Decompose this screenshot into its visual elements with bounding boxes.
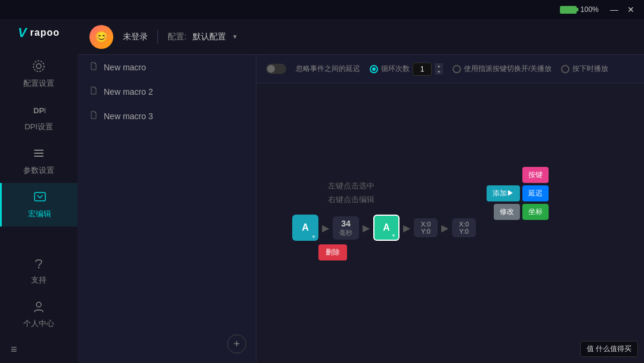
content-area: 😊 未登录 配置: 默认配置 ▼ (78, 19, 644, 363)
svg-text:DPI: DPI (33, 106, 45, 115)
config-prefix: 配置: (168, 32, 187, 42)
delete-button[interactable]: 删除 (318, 244, 347, 260)
config-name: 默认配置 (193, 32, 226, 42)
ctx-row-1: 按键 (487, 167, 549, 183)
coord-x-1: X:0 (421, 221, 431, 228)
macro-icon (33, 190, 47, 206)
svg-rect-3 (34, 150, 44, 151)
logo-rapoo-text: rapoo (30, 27, 60, 38)
toggle-knob (267, 65, 275, 73)
profile-icon (32, 300, 45, 316)
battery-indicator: 100% (560, 5, 599, 14)
spinner-up[interactable]: ▲ (435, 63, 443, 69)
key-button[interactable]: 按键 (522, 167, 549, 183)
key-arrow-2: ▼ (391, 233, 396, 238)
assign-radio-dot (453, 65, 461, 73)
dpi-icon: DPI (32, 103, 45, 119)
svg-rect-6 (35, 193, 45, 201)
params-icon (32, 147, 45, 163)
close-button[interactable]: ✕ (623, 1, 639, 18)
add-macro-button[interactable]: + (227, 334, 246, 353)
hold-radio-dot (561, 65, 569, 73)
delay-unit: 毫秒 (339, 228, 352, 237)
delay-value: 34 (341, 219, 351, 228)
hint-line2: 右键点击编辑 (328, 193, 374, 206)
delay-button[interactable]: 延迟 (522, 185, 549, 201)
svg-point-0 (36, 64, 41, 69)
delay-node-1[interactable]: 34 毫秒 (333, 216, 359, 240)
sidebar-item-profile[interactable]: 个人中心 (0, 293, 78, 336)
connector-arrow-4: ▶ (441, 222, 448, 234)
sidebar-item-macro[interactable]: 宏编辑 (0, 183, 78, 227)
ctx-row-3: 修改 坐标 (487, 204, 549, 220)
sidebar-bottom: 支持 个人中心 ≡ (0, 249, 78, 363)
main-panels: New macro New macro 2 (78, 55, 644, 363)
macro-item-2[interactable]: New macro 2 (78, 79, 256, 104)
connector-arrow-2: ▶ (363, 222, 370, 234)
sidebar-label-macro: 宏编辑 (28, 209, 51, 219)
dropdown-icon: ▼ (232, 33, 238, 40)
config-icon (32, 60, 45, 76)
delete-btn-area: 删除 (318, 244, 347, 260)
svg-rect-5 (34, 156, 44, 157)
sidebar-label-dpi: DPI设置 (24, 122, 53, 132)
loop-radio-dot (370, 65, 378, 73)
spinner-down[interactable]: ▼ (435, 69, 443, 75)
add-button[interactable]: 添加▶ (487, 185, 520, 201)
sidebar-item-support[interactable]: 支持 (0, 249, 78, 293)
sidebar-label-params: 参数设置 (23, 165, 54, 176)
svg-rect-4 (34, 153, 44, 154)
header-config-dropdown[interactable]: 配置: 默认配置 ▼ (168, 32, 238, 42)
sidebar-item-dpi[interactable]: DPI DPI设置 (0, 96, 78, 139)
support-icon (32, 256, 45, 272)
avatar-emoji: 😊 (95, 30, 108, 44)
macro-list-footer: + (78, 325, 256, 363)
context-menu: 按键 添加▶ 延迟 修改 坐标 (487, 167, 549, 220)
sidebar-item-config[interactable]: 配置设置 (0, 52, 78, 96)
watermark: 值 什么值得买 (580, 341, 638, 357)
assign-label: 使用指派按键切换开/关播放 (464, 64, 552, 74)
avatar: 😊 (89, 25, 113, 49)
coord-node-2[interactable]: X:0 Y:0 (452, 218, 476, 237)
delay-toggle[interactable] (266, 64, 286, 74)
key-node-1[interactable]: A ▼ (292, 215, 318, 241)
coord-button[interactable]: 坐标 (522, 204, 549, 220)
macro-name-3: New macro 3 (104, 111, 153, 121)
loop-radio[interactable]: 循环次数 ▲ ▼ (370, 63, 443, 76)
hold-label: 按下时播放 (572, 64, 608, 74)
connector-arrow-3: ▶ (403, 222, 410, 234)
logo-area: V rapoo (12, 25, 66, 41)
sidebar-item-params[interactable]: 参数设置 (0, 139, 78, 183)
key-arrow-1: ▼ (311, 234, 316, 240)
sidebar-label-profile: 个人中心 (23, 318, 54, 329)
canvas-area: 左键点击选中 右键点击编辑 按键 添加▶ 延迟 修改 (256, 83, 644, 363)
macro-list-panel: New macro New macro 2 (78, 55, 256, 363)
coord-x-2: X:0 (459, 221, 469, 228)
loop-count-input[interactable] (413, 63, 432, 76)
macro-file-icon-1 (89, 62, 98, 72)
hold-radio[interactable]: 按下时播放 (561, 64, 608, 74)
battery-label: 100% (580, 5, 599, 14)
delay-toggle-label: 忽略事件之间的延迟 (296, 64, 360, 74)
macro-item-1[interactable]: New macro (78, 55, 256, 79)
coord-y-2: Y:0 (459, 228, 469, 235)
loop-label: 循环次数 (381, 64, 410, 74)
ctx-row-2: 添加▶ 延迟 (487, 185, 549, 201)
coord-node-1[interactable]: X:0 Y:0 (414, 218, 438, 237)
macro-name-1: New macro (104, 63, 146, 72)
key-node-2[interactable]: A ▼ (373, 215, 400, 241)
sidebar-label-config: 配置设置 (23, 78, 54, 89)
sidebar: V rapoo 配置设置 DPI DPI设置 (0, 19, 78, 363)
minimize-button[interactable]: — (606, 1, 623, 18)
macro-item-3[interactable]: New macro 3 (78, 104, 256, 128)
connector-arrow-1: ▶ (322, 222, 329, 234)
collapse-button[interactable]: ≡ (0, 336, 78, 363)
titlebar: 100% — ✕ (0, 0, 644, 19)
sidebar-label-support: 支持 (31, 275, 47, 286)
assign-radio[interactable]: 使用指派按键切换开/关播放 (453, 64, 552, 74)
app-container: V rapoo 配置设置 DPI DPI设置 (0, 19, 644, 363)
editor-panel: 忽略事件之间的延迟 循环次数 ▲ ▼ 使用指派按键切换开/关播放 (256, 55, 644, 363)
modify-button[interactable]: 修改 (494, 204, 520, 220)
hint-line1: 左键点击选中 (328, 179, 374, 193)
collapse-icon: ≡ (11, 343, 17, 356)
